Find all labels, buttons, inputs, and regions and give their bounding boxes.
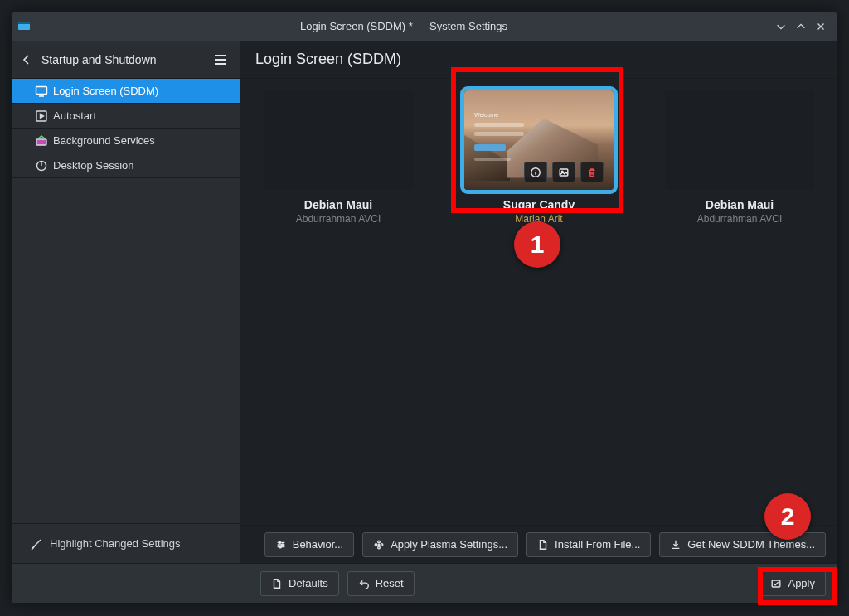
defaults-button[interactable]: Defaults — [260, 571, 339, 596]
plasma-icon — [373, 539, 385, 551]
theme-card-debian-maui-2[interactable]: Debian Maui Abdurrahman AVCI — [657, 90, 822, 225]
window-title: Login Screen (SDDM) * — System Settings — [36, 20, 771, 32]
theme-author: Abdurrahman AVCI — [697, 213, 783, 225]
highlight-changed-settings-label: Highlight Changed Settings — [50, 537, 181, 550]
sidebar: Startup and Shutdown Login Screen (SDDM)… — [12, 41, 240, 563]
theme-card-debian-maui-1[interactable]: Debian Maui Abdurrahman AVCI — [255, 90, 421, 225]
sidebar-item-label: Desktop Session — [53, 159, 134, 172]
window-close-button[interactable] — [811, 17, 831, 36]
theme-thumbnail: Welcome — [464, 90, 614, 190]
theme-author: Abdurrahman AVCI — [296, 213, 381, 225]
power-icon — [35, 159, 48, 172]
defaults-label: Defaults — [289, 577, 328, 589]
highlight-changed-settings-button[interactable]: Highlight Changed Settings — [12, 523, 240, 563]
svg-point-16 — [378, 544, 380, 546]
install-from-file-button[interactable]: Install From File... — [526, 532, 651, 557]
monitor-icon — [35, 85, 48, 98]
window-footer: Defaults Reset Apply — [12, 563, 837, 603]
highlight-icon — [30, 537, 43, 551]
sliders-icon — [275, 539, 287, 551]
svg-rect-2 — [36, 86, 47, 94]
sidebar-item-desktop-session[interactable]: Desktop Session — [12, 153, 240, 178]
apply-icon — [770, 578, 782, 589]
sidebar-item-label: Background Services — [53, 134, 155, 147]
sidebar-item-background-services[interactable]: Background Services — [12, 129, 240, 153]
get-new-themes-button[interactable]: Get New SDDM Themes... — [659, 532, 826, 557]
app-icon — [12, 20, 36, 33]
theme-thumbnail — [665, 90, 814, 190]
sidebar-header: Startup and Shutdown — [12, 41, 240, 79]
sidebar-item-label: Login Screen (SDDM) — [53, 85, 158, 97]
svg-point-11 — [279, 546, 281, 547]
theme-name: Sugar Candy — [503, 198, 575, 211]
apply-label: Apply — [788, 577, 815, 589]
play-square-icon — [35, 109, 48, 123]
document-icon — [271, 578, 283, 589]
svg-point-12 — [375, 543, 377, 546]
svg-rect-4 — [36, 139, 46, 145]
svg-rect-1 — [18, 22, 30, 24]
behavior-label: Behavior... — [293, 538, 343, 551]
module-actionbar: Behavior... Apply Plasma Settings... Ins… — [240, 525, 837, 563]
theme-card-sugar-candy[interactable]: Welcome — [456, 90, 622, 225]
theme-info-button[interactable] — [524, 162, 547, 182]
theme-name: Debian Maui — [706, 198, 774, 211]
install-from-file-label: Install From File... — [555, 538, 640, 551]
svg-point-9 — [279, 541, 280, 543]
window-titlebar: Login Screen (SDDM) * — System Settings — [12, 12, 837, 41]
back-button[interactable] — [17, 50, 36, 70]
window-maximize-button[interactable] — [791, 17, 811, 36]
reset-label: Reset — [376, 577, 404, 589]
sidebar-item-login-screen[interactable]: Login Screen (SDDM) — [12, 79, 240, 104]
page-title: Login Screen (SDDM) — [240, 41, 837, 79]
apply-plasma-settings-label: Apply Plasma Settings... — [391, 538, 507, 551]
hamburger-menu-button[interactable] — [210, 49, 231, 70]
theme-thumbnail — [264, 90, 413, 190]
svg-point-13 — [378, 541, 381, 543]
window-minimize-button[interactable] — [771, 17, 791, 36]
theme-background-button[interactable] — [552, 162, 575, 182]
apply-plasma-settings-button[interactable]: Apply Plasma Settings... — [362, 532, 518, 557]
svg-point-10 — [281, 543, 283, 545]
sidebar-item-label: Autostart — [53, 109, 96, 122]
system-settings-window: Login Screen (SDDM) * — System Settings … — [0, 0, 849, 616]
get-new-themes-label: Get New SDDM Themes... — [687, 538, 815, 551]
reset-button[interactable]: Reset — [347, 571, 415, 596]
sidebar-item-autostart[interactable]: Autostart — [12, 104, 240, 129]
svg-point-14 — [381, 543, 383, 546]
main-panel: Login Screen (SDDM) Debian Maui Abdurrah… — [240, 41, 837, 563]
services-icon — [35, 134, 48, 148]
theme-grid: Debian Maui Abdurrahman AVCI Welcome — [240, 79, 837, 525]
theme-name: Debian Maui — [304, 198, 372, 211]
svg-point-15 — [378, 546, 381, 549]
file-icon — [537, 539, 549, 551]
undo-icon — [358, 578, 370, 589]
theme-author: Marian Arlt — [515, 213, 562, 225]
theme-delete-button[interactable] — [580, 162, 604, 182]
sidebar-category-title: Startup and Shutdown — [36, 53, 210, 66]
apply-button[interactable]: Apply — [759, 571, 826, 596]
download-icon — [670, 539, 682, 551]
behavior-button[interactable]: Behavior... — [264, 532, 354, 557]
